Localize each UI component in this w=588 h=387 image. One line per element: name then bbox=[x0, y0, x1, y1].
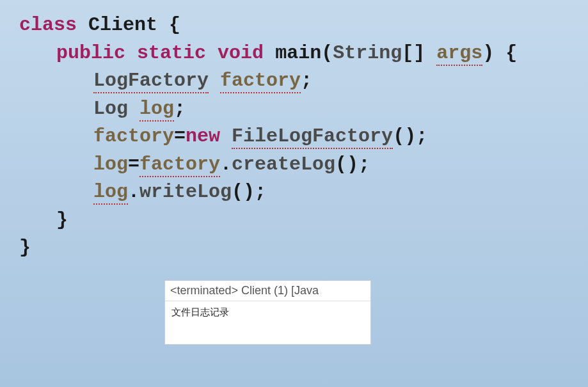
dot: . bbox=[128, 181, 139, 203]
method-createlog: createLog bbox=[232, 154, 335, 175]
method-writelog: writeLog bbox=[139, 181, 232, 203]
sp bbox=[220, 125, 232, 147]
type-logfactory: LogFactory bbox=[93, 70, 209, 93]
semi: ; bbox=[174, 98, 186, 120]
semi: ; bbox=[416, 125, 427, 147]
console-output: 文件日志记录 bbox=[165, 301, 370, 344]
parens: () bbox=[335, 154, 358, 175]
keyword-class: class bbox=[19, 14, 77, 36]
type-string: String bbox=[333, 42, 402, 64]
type-log: Log bbox=[93, 98, 139, 120]
parens: () bbox=[393, 125, 416, 147]
keyword-static: static bbox=[137, 42, 206, 64]
semi: ; bbox=[358, 154, 370, 175]
var-log: log bbox=[139, 98, 174, 122]
param-args: args bbox=[436, 42, 482, 66]
code-line-8: } bbox=[19, 207, 569, 235]
brace-open: { bbox=[157, 14, 180, 36]
brace-close: } bbox=[56, 209, 68, 231]
eq: = bbox=[128, 154, 139, 175]
var-log: log bbox=[93, 154, 128, 175]
console-output-box: <terminated> Client (1) [Java 文件日志记录 bbox=[164, 280, 371, 345]
code-line-5: factory=new FileLogFactory(); bbox=[19, 123, 569, 151]
code-block: class Client { public static void main(S… bbox=[0, 0, 588, 274]
class-name: Client bbox=[88, 14, 157, 36]
keyword-new: new bbox=[186, 125, 220, 147]
dot: . bbox=[220, 154, 232, 175]
obj-factory: factory bbox=[139, 154, 220, 177]
semi: ; bbox=[301, 70, 312, 91]
code-line-1: class Client { bbox=[19, 12, 569, 40]
brackets: [] bbox=[402, 42, 436, 64]
code-line-6: log=factory.createLog(); bbox=[19, 151, 569, 179]
code-line-7: log.writeLog(); bbox=[19, 178, 569, 207]
keyword-public: public bbox=[56, 42, 125, 64]
code-line-2: public static void main(String[] args) { bbox=[19, 40, 569, 68]
brace-close: } bbox=[19, 237, 31, 258]
paren-open: ( bbox=[321, 42, 333, 64]
var-factory: factory bbox=[93, 125, 174, 147]
obj-log: log bbox=[93, 181, 128, 205]
semi: ; bbox=[255, 181, 266, 203]
var-factory: factory bbox=[220, 70, 301, 93]
code-line-4: Log log; bbox=[19, 95, 569, 123]
sp bbox=[209, 70, 220, 91]
parens: () bbox=[232, 181, 255, 203]
code-line-3: LogFactory factory; bbox=[19, 67, 569, 95]
code-line-9: } bbox=[19, 234, 569, 262]
eq: = bbox=[174, 125, 186, 147]
ctor-filelogfactory: FileLogFactory bbox=[232, 125, 393, 149]
paren-close-brace: ) { bbox=[482, 42, 517, 64]
keyword-void: void bbox=[218, 42, 264, 64]
method-main: main bbox=[275, 42, 321, 64]
console-header: <terminated> Client (1) [Java bbox=[165, 281, 370, 301]
